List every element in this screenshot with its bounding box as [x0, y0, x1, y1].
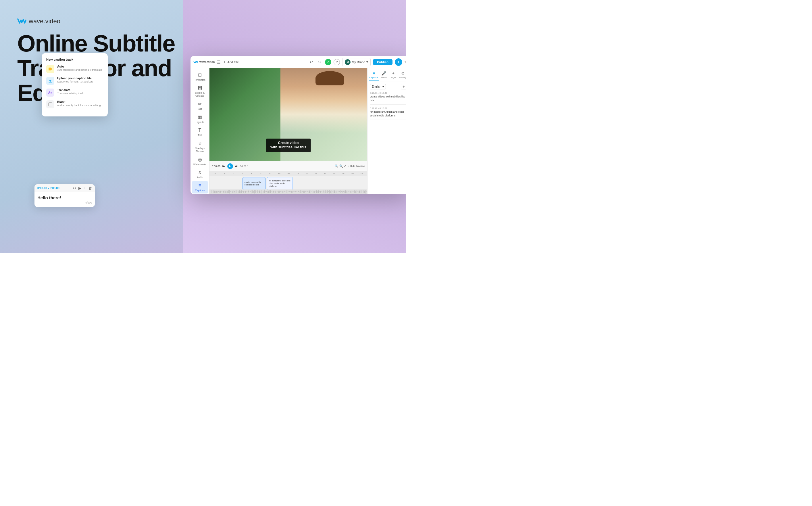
settings-tab-icon: ⚙ — [401, 71, 405, 76]
play-button[interactable]: ▶ — [227, 163, 233, 169]
hide-timeline-button[interactable]: ↓ Hide timeline — [348, 165, 365, 168]
caption-block-text-2: for instagram, tiktok and other social m… — [269, 179, 291, 187]
auto-icon — [46, 65, 54, 73]
chevron-down-icon: ▾ — [366, 60, 368, 64]
caption-block-2[interactable]: for instagram, tiktok and other social m… — [267, 177, 293, 190]
check-icon: ✓ — [325, 59, 331, 65]
scissors-icon[interactable]: ✂ — [73, 186, 76, 190]
caption-edit-text[interactable]: Hello there! — [37, 195, 92, 200]
logo-text: wave.video — [29, 17, 60, 25]
video-subtitle: Create video with subtitles like this — [266, 139, 311, 152]
sidebar-item-edit[interactable]: ✏ Edit — [192, 99, 208, 112]
caption-edit-actions: ✂ ▶ + 🗑 — [73, 186, 92, 190]
wave-logo-icon — [17, 17, 26, 25]
fit-icon[interactable]: ⤢ — [344, 164, 346, 168]
hero-line1: Online Subtitle — [17, 31, 184, 56]
sidebar-item-text[interactable]: T Text — [192, 126, 208, 138]
undo-button[interactable]: ↩ — [308, 59, 315, 66]
voice-tab-icon: 🎤 — [381, 71, 386, 76]
brand-selector[interactable]: M My Brand ▾ — [342, 58, 371, 66]
help-button[interactable]: ? — [333, 59, 340, 65]
popup-option-translate[interactable]: A✕ Translate Translate existing track — [46, 88, 103, 97]
translate-icon: A✕ — [46, 89, 54, 97]
waveform-bars — [209, 189, 367, 194]
arrow-icon: ↓ — [348, 165, 349, 168]
language-row: English ▾ + — [370, 84, 406, 89]
audio-icon: ♫ — [198, 170, 202, 175]
tab-captions[interactable]: ≡ Captions — [369, 70, 379, 81]
overlays-icon: ☆ — [198, 141, 202, 146]
caption-entry-2[interactable]: 0:12.42 - 0:15.37 for Instagram, tiktok … — [370, 107, 406, 120]
right-panel-content: English ▾ + 0:10.01 - 0:12.42 create vid… — [368, 81, 406, 194]
redo-button[interactable]: ↪ — [316, 59, 323, 66]
caption-text-2: for Instagram, tiktok and other social m… — [370, 110, 406, 117]
sidebar: ⊞ Templates 🖼 Stocks & Uploads ✏ Edit ▦ … — [191, 68, 209, 194]
tab-settings[interactable]: ⚙ Settings — [398, 70, 406, 81]
skip-forward-icon[interactable]: ⏭ — [235, 164, 238, 168]
caption-edit-header: 0:00.00 - 0:03.00 ✂ ▶ + 🗑 — [34, 184, 95, 192]
style-tab-icon: ✦ — [392, 71, 395, 76]
user-avatar[interactable]: T — [395, 58, 402, 66]
tab-style[interactable]: ✦ Style — [389, 70, 398, 81]
caption-block-1[interactable]: create videos with subtitles like this — [242, 177, 266, 190]
video-preview: Create video with subtitles like this — [209, 68, 367, 161]
app-body: ⊞ Templates 🖼 Stocks & Uploads ✏ Edit ▦ … — [191, 68, 406, 194]
skip-back-icon[interactable]: ⏮ — [222, 164, 225, 168]
zoom-in-icon[interactable]: 🔍 — [339, 164, 343, 168]
popup-option-blank[interactable]: Blank Add an empty track for manual edit… — [46, 100, 103, 108]
caption-time-2: 0:12.42 - 0:15.37 — [370, 107, 406, 109]
undo-redo-group: ↩ ↪ — [308, 59, 323, 66]
sidebar-item-overlays[interactable]: ☆ Overlays Stickers — [192, 139, 208, 154]
popup-option-auto[interactable]: Auto Auto-transcribe and optionally tran… — [46, 65, 103, 73]
publish-button[interactable]: Publish — [373, 59, 393, 65]
logo-row: wave.video — [17, 17, 184, 25]
app-window: wave.video ☰ ＋ Add title ↩ ↪ ✓ ? M My Br… — [191, 56, 406, 194]
video-background: Create video with subtitles like this — [209, 68, 367, 161]
app-header: wave.video ☰ ＋ Add title ↩ ↪ ✓ ? M My Br… — [191, 56, 406, 68]
track-area: 0 2 4 6 8 10 12 14 16 18 20 22 24 26 28 … — [209, 171, 367, 194]
subtitle-line1: Create video — [270, 141, 306, 146]
current-time: 0:00.00 — [212, 165, 220, 168]
app-header-logo: wave.video — [193, 60, 215, 64]
right-panel: ≡ Captions 🎤 Voice ✦ Style ⚙ Settings — [367, 68, 406, 194]
tab-voice[interactable]: 🎤 Voice — [380, 70, 389, 81]
text-icon: T — [199, 128, 201, 133]
header-brand-name: wave.video — [199, 60, 215, 64]
sidebar-item-layouts[interactable]: ▦ Layouts — [192, 113, 208, 125]
caption-entry-1[interactable]: 0:10.01 - 0:12.42 create videos with sub… — [370, 92, 406, 105]
user-chevron-icon: ▾ — [405, 60, 406, 64]
add-icon[interactable]: + — [84, 186, 86, 190]
ruler: 0 2 4 6 8 10 12 14 16 18 20 22 24 26 28 … — [209, 171, 367, 176]
sidebar-item-stocks[interactable]: 🖼 Stocks & Uploads — [192, 84, 208, 99]
play-small-icon[interactable]: ▶ — [79, 186, 81, 190]
subtitle-line2: with subtitles like this — [270, 145, 306, 150]
sidebar-item-watermarks[interactable]: ◎ Watermarks — [192, 155, 208, 168]
main-area: Create video with subtitles like this 0:… — [209, 68, 367, 194]
brand-avatar: M — [345, 59, 350, 65]
timeline-controls: 0:00.00 ⏮ ▶ ⏭ 04:21.1 🔍 🔍 ⤢ ↓ Hide timel… — [209, 161, 367, 171]
waveform — [209, 189, 367, 194]
upload-icon — [46, 77, 54, 85]
sidebar-item-captions[interactable]: ≡ Captions — [192, 181, 208, 193]
svg-rect-4 — [48, 103, 52, 106]
add-language-button[interactable]: + — [401, 84, 406, 89]
templates-icon: ⊞ — [198, 72, 202, 78]
plus-icon: ＋ — [223, 60, 226, 64]
hamburger-icon[interactable]: ☰ — [217, 60, 221, 64]
right-tabs: ≡ Captions 🎤 Voice ✦ Style ⚙ Settings — [368, 68, 406, 81]
delete-icon[interactable]: 🗑 — [88, 186, 92, 190]
captions-icon: ≡ — [199, 183, 201, 188]
caption-text-1: create videos with subtitles like this — [370, 95, 406, 102]
sidebar-item-audio[interactable]: ♫ Audio — [192, 168, 208, 181]
add-title-button[interactable]: ＋ Add title — [223, 60, 239, 64]
watermarks-icon: ◎ — [198, 157, 202, 162]
language-select[interactable]: English ▾ — [370, 84, 386, 89]
total-time: 04:21.1 — [240, 165, 248, 168]
blank-icon — [46, 100, 54, 108]
popup-option-upload[interactable]: Upload your caption file Supported forma… — [46, 77, 103, 85]
svg-marker-1 — [52, 68, 52, 70]
stocks-icon: 🖼 — [198, 85, 202, 91]
sidebar-item-templates[interactable]: ⊞ Templates — [192, 70, 208, 83]
caption-time-1: 0:10.01 - 0:12.42 — [370, 92, 406, 94]
zoom-out-icon[interactable]: 🔍 — [335, 164, 338, 168]
